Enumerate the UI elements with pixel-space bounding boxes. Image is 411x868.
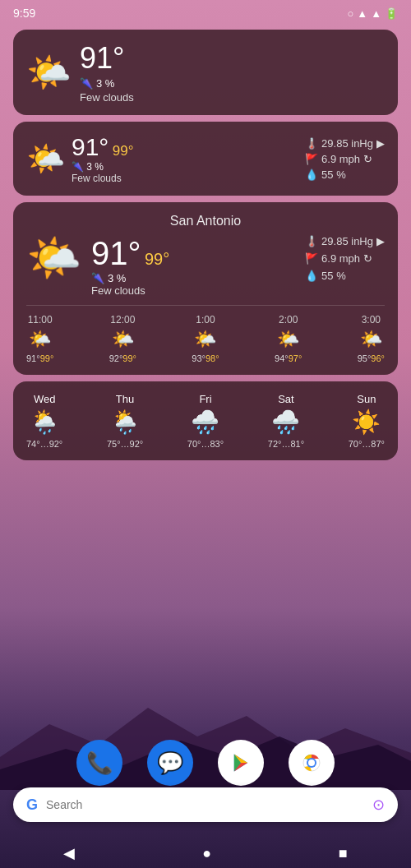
- battery-icon: 🔋: [385, 7, 398, 20]
- hourly-temps: 92°99°: [109, 353, 136, 363]
- widget3-right-stats: 🌡️ 29.85 inHg ▶ 🚩 6.9 mph ↻ 💧 55 %: [305, 235, 385, 282]
- weather-icon-sun-cloud-3: 🌤️: [26, 235, 81, 279]
- weekly-day: Wed: [34, 393, 56, 405]
- chrome-app-icon[interactable]: [289, 740, 335, 786]
- widget1-rain: 🌂 3 %: [80, 77, 134, 90]
- hourly-temps: 94°97°: [275, 353, 302, 363]
- clock: 9:59: [13, 7, 35, 20]
- weekly-day: Thu: [116, 393, 134, 405]
- hourly-weather-icon: 🌤️: [277, 329, 299, 350]
- city-name: San Antonio: [26, 214, 385, 229]
- weekly-temps: 70°…87°: [349, 439, 385, 449]
- widget2-pressure: 29.85 inHg: [321, 137, 373, 150]
- back-button[interactable]: ◀: [47, 841, 91, 866]
- weather-widget-weekly[interactable]: Wed 🌦️ 74°…92° Thu 🌦️ 75°…92° Fri 🌧️ 70°…: [13, 381, 398, 460]
- widget2-wind-row: 🚩 6.9 mph ↻: [305, 153, 385, 165]
- play-store-app-icon[interactable]: [218, 740, 264, 786]
- home-button[interactable]: ●: [186, 842, 228, 866]
- hourly-item: 3:00 🌤️ 95°96°: [358, 314, 385, 363]
- hourly-forecast: 11:00 🌤️ 91°99° 12:00 🌤️ 92°99° 1:00 🌤️ …: [26, 305, 385, 363]
- weather-widget-small[interactable]: 🌤️ 91° 🌂 3 % Few clouds: [13, 30, 398, 115]
- widget2-condition: Few clouds: [72, 173, 134, 184]
- widget3-pressure: 29.85 inHg: [321, 235, 373, 247]
- refresh-icon: ↻: [363, 153, 372, 165]
- weekly-day: Fri: [199, 393, 211, 405]
- widget3-condition: Few clouds: [91, 284, 169, 297]
- wind-flag-icon-3: 🚩: [305, 252, 318, 265]
- wifi-icon: ▲: [357, 7, 367, 20]
- weekly-weather-icon: 🌧️: [191, 409, 219, 436]
- search-bar[interactable]: G ⊙: [13, 787, 398, 822]
- google-logo: G: [26, 796, 38, 814]
- hourly-weather-icon: 🌤️: [360, 329, 382, 350]
- umbrella-icon-3: 🌂: [91, 272, 104, 284]
- widget2-rain: 🌂 3 %: [72, 161, 134, 173]
- widget2-left: 🌤️ 91° 99° 🌂 3 % Few clouds: [26, 133, 297, 184]
- hourly-item: 2:00 🌤️ 94°97°: [275, 314, 302, 363]
- hourly-weather-icon: 🌤️: [29, 329, 51, 350]
- widget2-humidity-row: 💧 55 %: [305, 169, 385, 181]
- circle-icon: ○: [347, 7, 353, 20]
- weekly-temps: 74°…92°: [26, 439, 62, 449]
- widget3-center: 91° 99° 🌂 3 % Few clouds: [91, 235, 169, 297]
- weekly-item: Sun ☀️ 70°…87°: [349, 393, 385, 449]
- hourly-time: 11:00: [28, 314, 53, 326]
- widget3-humidity: 55 %: [321, 270, 346, 282]
- hourly-item: 11:00 🌤️ 91°99°: [26, 314, 53, 363]
- widget3-wind: 6.9 mph: [321, 252, 360, 265]
- hourly-item: 1:00 🌤️ 93°98°: [192, 314, 219, 363]
- weekly-temps: 72°…81°: [268, 439, 304, 449]
- weather-widget-large[interactable]: San Antonio 🌤️ 91° 99° 🌂 3 % Few clouds …: [13, 202, 398, 375]
- hourly-temps: 91°99°: [26, 353, 53, 363]
- hourly-time: 3:00: [362, 314, 381, 326]
- weekly-weather-icon: 🌦️: [111, 409, 140, 436]
- arrow-right-icon-3: ▶: [376, 235, 385, 247]
- hourly-temps: 95°96°: [358, 353, 385, 363]
- widget2-temp: 91°: [72, 133, 109, 160]
- phone-app-icon[interactable]: 📞: [76, 740, 122, 786]
- widget2-right: 🌡️ 29.85 inHg ▶ 🚩 6.9 mph ↻ 💧 55 %: [305, 137, 385, 181]
- weekly-item: Thu 🌦️ 75°…92°: [107, 393, 143, 449]
- widget1-temp: 91°: [80, 41, 134, 76]
- recents-button[interactable]: ■: [322, 842, 364, 866]
- arrow-right-icon: ▶: [376, 137, 385, 150]
- weather-icon-sun-cloud-2: 🌤️: [26, 141, 65, 177]
- barometer-icon-3: 🌡️: [305, 235, 318, 247]
- hourly-weather-icon: 🌤️: [194, 329, 216, 350]
- hourly-temps: 93°98°: [192, 353, 219, 363]
- widget3-pressure-row: 🌡️ 29.85 inHg ▶: [305, 235, 385, 247]
- hourly-time: 12:00: [110, 314, 135, 326]
- refresh-icon-3: ↻: [363, 252, 372, 265]
- weekly-day: Sat: [278, 393, 294, 405]
- svg-point-7: [308, 760, 315, 766]
- weekly-weather-icon: 🌧️: [271, 409, 300, 436]
- google-lens-icon[interactable]: ⊙: [372, 796, 385, 814]
- hourly-item: 12:00 🌤️ 92°99°: [109, 314, 136, 363]
- widget3-wind-row: 🚩 6.9 mph ↻: [305, 252, 385, 265]
- widget1-details: 91° 🌂 3 % Few clouds: [80, 41, 134, 104]
- widget3-humidity-row: 💧 55 %: [305, 270, 385, 282]
- weekly-forecast: Wed 🌦️ 74°…92° Thu 🌦️ 75°…92° Fri 🌧️ 70°…: [26, 393, 385, 449]
- hourly-weather-icon: 🌤️: [112, 329, 134, 350]
- nav-bar: ◀ ● ■: [0, 838, 411, 868]
- app-dock: 📞 💬: [0, 740, 411, 786]
- widget2-temps: 91° 99° 🌂 3 % Few clouds: [72, 133, 134, 184]
- wind-flag-icon: 🚩: [305, 153, 318, 165]
- widget2-wind: 6.9 mph: [321, 153, 360, 165]
- weather-widget-medium[interactable]: 🌤️ 91° 99° 🌂 3 % Few clouds 🌡️ 29.85 inH…: [13, 122, 398, 196]
- widget3-main-row: 🌤️ 91° 99° 🌂 3 % Few clouds 🌡️ 29.85 inH…: [26, 235, 385, 297]
- status-bar: 9:59 ○ ▲ ▲ 🔋: [0, 0, 411, 23]
- search-input[interactable]: [46, 798, 364, 811]
- umbrella-icon-2: 🌂: [72, 161, 84, 173]
- weekly-weather-icon: 🌦️: [30, 409, 59, 436]
- weekly-day: Sun: [357, 393, 376, 405]
- weekly-item: Fri 🌧️ 70°…83°: [187, 393, 224, 449]
- widget1-condition: Few clouds: [80, 91, 134, 104]
- weather-icon-sun-cloud: 🌤️: [26, 51, 72, 94]
- widget3-rain: 🌂 3 %: [91, 272, 169, 284]
- signal-icon: ▲: [371, 7, 381, 20]
- messages-app-icon[interactable]: 💬: [147, 740, 193, 786]
- weekly-temps: 75°…92°: [107, 439, 143, 449]
- hourly-time: 2:00: [279, 314, 298, 326]
- widget2-pressure-row: 🌡️ 29.85 inHg ▶: [305, 137, 385, 150]
